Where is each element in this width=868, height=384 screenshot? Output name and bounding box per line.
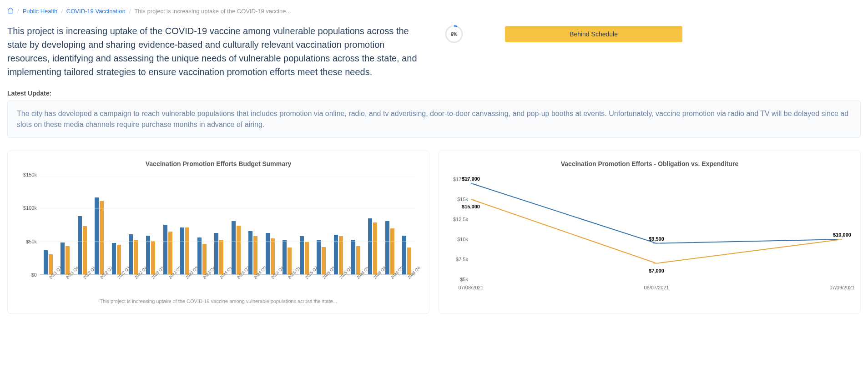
y-gridline: [40, 242, 415, 242]
bar: [232, 221, 236, 274]
data-point-label: $15,000: [462, 204, 480, 209]
svg-point-6: [653, 263, 660, 264]
svg-point-3: [653, 243, 660, 244]
home-icon: [7, 7, 14, 14]
update-box: The city has developed a campaign to rea…: [7, 101, 861, 138]
y-tick: $12.5k: [453, 217, 468, 222]
bar: [407, 248, 411, 274]
bar: [271, 238, 275, 274]
budget-bar-chart: $0$50k$100k$150k 2021 Q32021 Q42022 Q120…: [17, 175, 420, 293]
y-tick: $50k: [26, 239, 37, 244]
obligation-chart-card: Vaccination Promotion Efforts - Obligati…: [439, 151, 861, 313]
data-point-label: $17,000: [462, 176, 480, 182]
breadcrumb-sep: /: [17, 8, 19, 15]
breadcrumb-home[interactable]: [7, 7, 14, 15]
svg-point-5: [471, 199, 474, 200]
svg-point-2: [471, 183, 474, 184]
y-gridline: [40, 275, 415, 275]
breadcrumb-level2[interactable]: COVID-19 Vaccination: [66, 8, 126, 15]
bar-group: [91, 197, 108, 274]
bar: [390, 228, 394, 274]
bar: [385, 221, 389, 274]
progress-percent: 6%: [451, 32, 457, 37]
bar: [288, 248, 292, 274]
data-point-label: $9,500: [649, 236, 664, 242]
bar: [185, 227, 189, 274]
bar: [151, 241, 155, 274]
y-tick: $100k: [23, 205, 37, 211]
y-gridline: [40, 175, 415, 175]
bar: [253, 236, 257, 274]
progress-ring: 6%: [444, 24, 464, 44]
bar: [163, 225, 167, 274]
y-tick: $7.5k: [456, 257, 468, 262]
update-label: Latest Update:: [7, 90, 861, 97]
bar: [83, 226, 87, 274]
breadcrumb-sep: /: [129, 8, 131, 15]
bar: [95, 197, 99, 274]
bar: [100, 201, 104, 274]
obligation-chart-title: Vaccination Promotion Efforts - Obligati…: [448, 160, 851, 167]
x-tick: 07/09/2021: [829, 285, 854, 290]
bar: [44, 250, 48, 274]
bar: [49, 254, 53, 274]
header-row: This project is increasing uptake of the…: [7, 24, 861, 79]
breadcrumb-sep: /: [61, 8, 63, 15]
bar: [134, 240, 138, 274]
y-gridline: [40, 208, 415, 208]
charts-row: Vaccination Promotion Efforts Budget Sum…: [7, 151, 861, 313]
status-badge: Behind Schedule: [505, 26, 682, 42]
bar: [373, 222, 377, 274]
y-tick: $15k: [457, 197, 468, 202]
breadcrumb-current: This project is increasing uptake of the…: [134, 8, 291, 15]
y-tick: $150k: [23, 172, 37, 177]
budget-chart-card: Vaccination Promotion Efforts Budget Sum…: [7, 151, 429, 313]
y-tick: $10k: [457, 237, 468, 242]
title-block: This project is increasing uptake of the…: [7, 24, 426, 79]
obligation-line-chart: $5k$7.5k$10k$12.5k$15k$17.5k $17,000$9,5…: [448, 175, 851, 293]
bar: [78, 216, 82, 274]
budget-chart-title: Vaccination Promotion Efforts Budget Sum…: [17, 160, 420, 167]
breadcrumb: / Public Health / COVID-19 Vaccination /…: [7, 7, 861, 15]
x-tick: 06/07/2021: [644, 285, 669, 290]
bar: [368, 218, 372, 274]
budget-chart-footer: This project is increasing uptake of the…: [17, 298, 420, 304]
bar: [305, 242, 309, 274]
bar: [219, 240, 223, 274]
bar: [117, 245, 121, 274]
y-tick: $5k: [460, 277, 468, 282]
svg-point-7: [838, 239, 842, 240]
bar: [168, 232, 172, 274]
x-tick: 07/08/2021: [458, 285, 483, 290]
page-title: This project is increasing uptake of the…: [7, 24, 426, 79]
data-point-label: $7,000: [649, 268, 664, 273]
bar: [66, 246, 70, 274]
bar: [202, 244, 207, 274]
bar: [339, 236, 343, 274]
status-block: 6% Behind Schedule: [444, 24, 682, 44]
bar: [237, 226, 241, 274]
y-tick: $0: [31, 272, 37, 278]
data-point-label: $10,000: [833, 232, 851, 237]
bar: [322, 247, 326, 274]
bar: [356, 246, 360, 274]
breadcrumb-level1[interactable]: Public Health: [23, 8, 58, 15]
